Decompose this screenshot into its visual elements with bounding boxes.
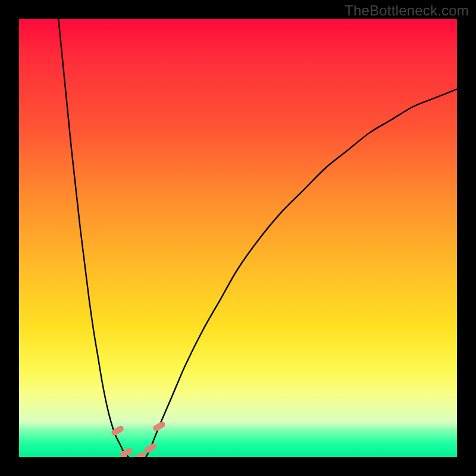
- mid-marker: [132, 451, 146, 457]
- mid-marker-shape: [132, 451, 146, 457]
- right-marker-bottom-shape: [143, 442, 158, 454]
- chart-container: TheBottleneck.com: [0, 0, 476, 476]
- plot-area: [19, 19, 457, 457]
- chart-svg: [19, 19, 457, 457]
- series-group: [58, 19, 457, 457]
- right-marker-top-shape: [152, 421, 166, 433]
- marker-group: [111, 421, 167, 457]
- curve-left-curve: [58, 19, 129, 457]
- right-marker-bottom: [143, 442, 158, 454]
- right-marker-top: [152, 421, 166, 433]
- watermark-text: TheBottleneck.com: [345, 2, 469, 19]
- curve-right-curve: [146, 89, 457, 457]
